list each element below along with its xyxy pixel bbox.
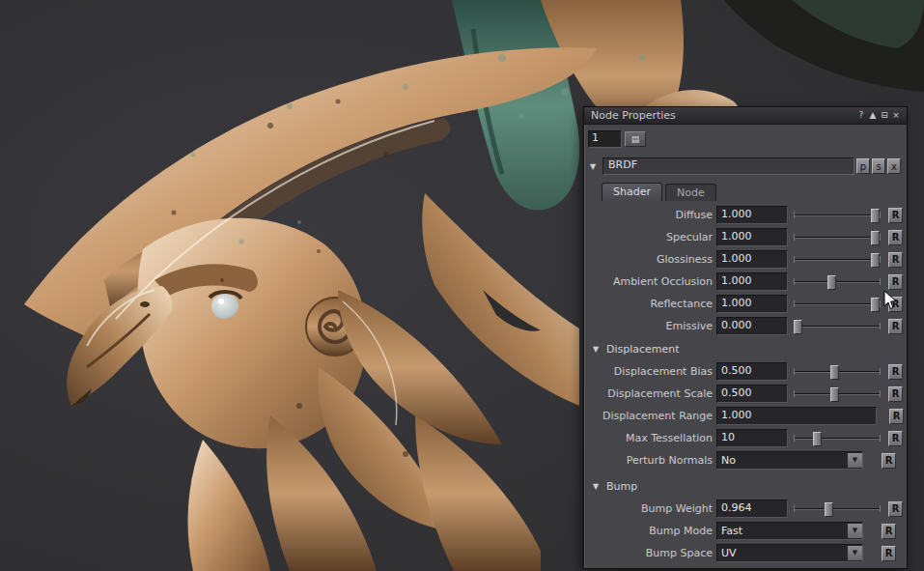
property-label: Bump Mode	[590, 525, 716, 537]
slider-handle[interactable]	[830, 387, 839, 402]
diffuse-value-field[interactable]: 1.000	[716, 206, 788, 224]
property-label: Reflectance	[590, 298, 716, 310]
displacement-range-value-field[interactable]: 1.000	[716, 407, 877, 425]
property-row-displacement-range: Displacement Range 1.000 R	[584, 405, 907, 427]
panel-title: Node Properties	[589, 107, 855, 124]
x-button[interactable]: x	[887, 158, 901, 174]
slider-handle[interactable]	[813, 432, 822, 446]
property-row-displacement-scale: Displacement Scale 0.500 R	[584, 383, 907, 405]
glossiness-slider[interactable]	[793, 251, 882, 268]
slider-track	[794, 508, 881, 509]
reset-button[interactable]: R	[882, 546, 896, 561]
displacement-scale-slider[interactable]	[793, 385, 882, 402]
chevron-down-icon[interactable]: ▼	[847, 546, 862, 560]
property-label: Ambient Occlusion	[590, 275, 716, 288]
displacement-properties: Displacement Bias 0.500 R Displacement S…	[584, 360, 907, 471]
emissive-slider[interactable]	[793, 318, 882, 334]
slider-handle[interactable]	[794, 320, 802, 334]
section-title: Bump	[606, 480, 637, 493]
bump-mode-dropdown[interactable]: Fast ▼	[716, 522, 863, 540]
tab-bar: Shader Node	[602, 183, 907, 201]
bump-section-header[interactable]: ▼ Bump	[584, 477, 907, 495]
collapse-icon[interactable]: ▼	[590, 162, 602, 171]
diffuse-slider[interactable]	[793, 207, 882, 223]
reset-button[interactable]: R	[888, 386, 903, 402]
property-label: Perturb Normals	[590, 454, 716, 467]
reset-button[interactable]: R	[888, 319, 903, 334]
specular-slider[interactable]	[793, 229, 882, 245]
slider-handle[interactable]	[830, 365, 839, 380]
p-button[interactable]: p	[856, 158, 870, 174]
slider-track	[794, 303, 881, 304]
collapse-icon[interactable]: ▼	[593, 482, 606, 491]
slider-track	[794, 214, 881, 215]
reflectance-value-field[interactable]: 1.000	[716, 295, 788, 313]
property-label: Diffuse	[590, 209, 716, 221]
reset-button[interactable]: R	[882, 453, 896, 469]
slider-handle[interactable]	[827, 275, 836, 290]
property-label: Max Tessellation	[590, 432, 716, 444]
max-tessellation-value-field[interactable]: 10	[716, 429, 788, 447]
displacement-bias-slider[interactable]	[793, 363, 882, 380]
perturb-normals-dropdown[interactable]: No ▼	[716, 451, 863, 470]
bump-space-dropdown[interactable]: UV ▼	[716, 544, 863, 562]
slider-handle[interactable]	[871, 253, 880, 268]
reflectance-slider[interactable]	[793, 296, 882, 312]
property-label: Bump Weight	[590, 502, 716, 515]
ambient-occlusion-value-field[interactable]: 1.000	[716, 272, 788, 291]
ambient-occlusion-slider[interactable]	[793, 273, 882, 290]
slider-handle[interactable]	[871, 231, 880, 245]
slider-handle[interactable]	[871, 209, 880, 223]
reset-button[interactable]: R	[888, 252, 903, 268]
index-input[interactable]: 1	[588, 130, 622, 148]
shader-properties: Diffuse 1.000 R Specular 1.000 R Glossin…	[584, 204, 907, 337]
property-label: Emissive	[590, 320, 716, 332]
reset-button[interactable]: R	[888, 501, 903, 517]
help-icon[interactable]: ?	[855, 107, 867, 124]
detach-icon[interactable]: ⊟	[879, 107, 890, 124]
dropdown-value: No	[717, 453, 847, 468]
reset-button[interactable]: R	[888, 297, 903, 312]
displacement-scale-value-field[interactable]: 0.500	[716, 385, 788, 403]
specular-value-field[interactable]: 1.000	[716, 228, 788, 246]
property-row-bump-weight: Bump Weight 0.964 R	[584, 498, 907, 520]
brdf-header: ▼ BRDF p s x	[590, 157, 901, 175]
close-icon[interactable]: ×	[890, 107, 902, 124]
bump-properties: Bump Weight 0.964 R Bump Mode Fast ▼ R B…	[584, 498, 907, 564]
slider-track	[794, 237, 881, 238]
property-label: Displacement Scale	[590, 387, 716, 400]
form-picker-button[interactable]: ▤	[625, 131, 646, 147]
bump-weight-value-field[interactable]: 0.964	[716, 500, 788, 518]
tab-node[interactable]: Node	[665, 184, 716, 201]
property-row-reflectance: Reflectance 1.000 R	[584, 293, 907, 315]
property-row-diffuse: Diffuse 1.000 R	[584, 204, 907, 226]
glossiness-value-field[interactable]: 1.000	[716, 250, 788, 269]
slider-handle[interactable]	[871, 298, 880, 312]
chevron-down-icon[interactable]: ▼	[847, 453, 862, 468]
displacement-bias-value-field[interactable]: 0.500	[716, 362, 788, 381]
bump-weight-slider[interactable]	[793, 500, 882, 517]
property-row-ambient-occlusion: Ambient Occlusion 1.000 R	[584, 271, 907, 293]
chevron-down-icon[interactable]: ▼	[847, 524, 862, 538]
reset-button[interactable]: R	[888, 230, 903, 245]
section-title: Displacement	[606, 343, 680, 356]
tab-shader[interactable]: Shader	[602, 183, 662, 201]
brdf-label[interactable]: BRDF	[602, 157, 854, 175]
property-row-bump-mode: Bump Mode Fast ▼ R	[584, 520, 907, 542]
s-button[interactable]: s	[872, 158, 885, 174]
displacement-section-header[interactable]: ▼ Displacement	[584, 340, 907, 357]
reset-button[interactable]: R	[889, 409, 904, 424]
property-row-glossiness: Glossiness 1.000 R	[584, 248, 907, 271]
reset-button[interactable]: R	[888, 431, 903, 446]
max-tessellation-slider[interactable]	[793, 430, 882, 446]
reset-button[interactable]: R	[882, 524, 896, 539]
slider-handle[interactable]	[825, 502, 833, 517]
panel-titlebar[interactable]: Node Properties ? ▲ ⊟ ×	[584, 107, 907, 125]
slider-track	[794, 259, 881, 260]
reset-button[interactable]: R	[888, 208, 903, 223]
reset-button[interactable]: R	[888, 364, 903, 380]
popup-icon[interactable]: ▲	[867, 107, 879, 124]
emissive-value-field[interactable]: 0.000	[716, 317, 788, 335]
reset-button[interactable]: R	[888, 274, 903, 290]
collapse-icon[interactable]: ▼	[593, 345, 606, 354]
